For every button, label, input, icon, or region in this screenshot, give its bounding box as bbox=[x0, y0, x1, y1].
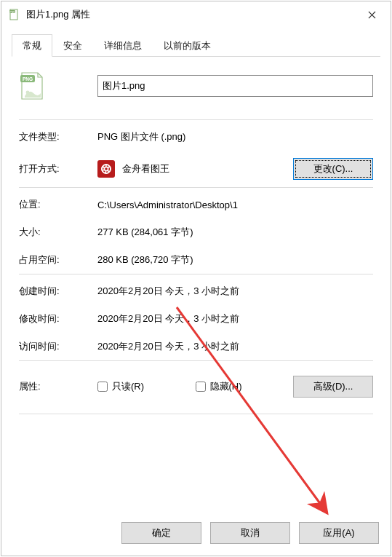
readonly-label: 只读(R) bbox=[112, 380, 144, 393]
apply-button[interactable]: 应用(A) bbox=[299, 522, 379, 544]
label-sizeondisk: 占用空间: bbox=[19, 253, 97, 266]
value-accessed: 2020年2月20日 今天，3 小时之前 bbox=[97, 340, 373, 353]
separator bbox=[19, 187, 373, 188]
readonly-checkbox-input[interactable] bbox=[97, 382, 108, 392]
tab-details[interactable]: 详细信息 bbox=[93, 34, 153, 56]
change-button-label: 更改(C)... bbox=[313, 163, 353, 174]
advanced-button-label: 高级(D)... bbox=[313, 381, 353, 392]
openwith-app-name: 金舟看图王 bbox=[122, 162, 169, 175]
change-button[interactable]: 更改(C)... bbox=[293, 158, 373, 180]
apply-button-label: 应用(A) bbox=[323, 527, 354, 538]
titlebar: PNG 图片1.png 属性 bbox=[1, 1, 391, 28]
label-accessed: 访问时间: bbox=[19, 340, 97, 353]
hidden-checkbox[interactable]: 隐藏(H) bbox=[196, 380, 294, 393]
window-file-icon: PNG bbox=[9, 9, 20, 20]
filename-input[interactable] bbox=[97, 75, 373, 97]
tab-security-label: 安全 bbox=[63, 40, 82, 51]
svg-text:PNG: PNG bbox=[23, 76, 33, 82]
separator bbox=[19, 414, 373, 414]
ok-button[interactable]: 确定 bbox=[121, 522, 201, 544]
label-location: 位置: bbox=[19, 198, 97, 211]
tab-general-label: 常规 bbox=[23, 40, 41, 51]
advanced-button[interactable]: 高级(D)... bbox=[293, 376, 373, 398]
close-button[interactable] bbox=[357, 4, 386, 25]
label-modified: 修改时间: bbox=[19, 312, 97, 325]
value-filetype: PNG 图片文件 (.png) bbox=[97, 130, 373, 143]
file-type-icon: PNG bbox=[19, 71, 45, 100]
label-created: 创建时间: bbox=[19, 285, 97, 298]
label-filetype: 文件类型: bbox=[19, 130, 97, 143]
tab-panel-general: PNG 文件类型: PNG 图片文件 (.png) 打开方式: bbox=[12, 57, 380, 502]
separator bbox=[19, 119, 373, 120]
hidden-checkbox-input[interactable] bbox=[196, 382, 206, 392]
readonly-checkbox[interactable]: 只读(R) bbox=[97, 380, 196, 393]
value-openwith: 金舟看图王 bbox=[97, 160, 293, 178]
tab-general[interactable]: 常规 bbox=[12, 34, 52, 57]
separator bbox=[19, 360, 373, 361]
label-size: 大小: bbox=[19, 226, 97, 239]
ok-button-label: 确定 bbox=[152, 527, 171, 538]
label-openwith: 打开方式: bbox=[19, 162, 97, 175]
tab-security[interactable]: 安全 bbox=[52, 34, 93, 56]
hidden-label: 隐藏(H) bbox=[210, 380, 242, 393]
tab-bar: 常规 安全 详细信息 以前的版本 bbox=[12, 35, 380, 57]
cancel-button[interactable]: 取消 bbox=[210, 522, 290, 544]
window-title: 图片1.png 属性 bbox=[26, 8, 357, 21]
dialog-footer: 确定 取消 应用(A) bbox=[1, 512, 391, 556]
cancel-button-label: 取消 bbox=[241, 527, 260, 538]
value-size: 277 KB (284,061 字节) bbox=[97, 226, 373, 239]
svg-text:PNG: PNG bbox=[10, 11, 15, 14]
app-icon bbox=[97, 160, 115, 178]
value-created: 2020年2月20日 今天，3 小时之前 bbox=[97, 285, 373, 298]
value-modified: 2020年2月20日 今天，3 小时之前 bbox=[97, 312, 373, 325]
tab-details-label: 详细信息 bbox=[104, 40, 142, 51]
value-sizeondisk: 280 KB (286,720 字节) bbox=[97, 253, 373, 266]
separator bbox=[19, 274, 373, 274]
value-location: C:\Users\Administrator\Desktop\1 bbox=[97, 200, 373, 210]
tab-previous-label: 以前的版本 bbox=[164, 40, 211, 51]
svg-point-9 bbox=[105, 167, 108, 170]
tab-previous-versions[interactable]: 以前的版本 bbox=[153, 34, 222, 56]
label-attributes: 属性: bbox=[19, 380, 97, 393]
